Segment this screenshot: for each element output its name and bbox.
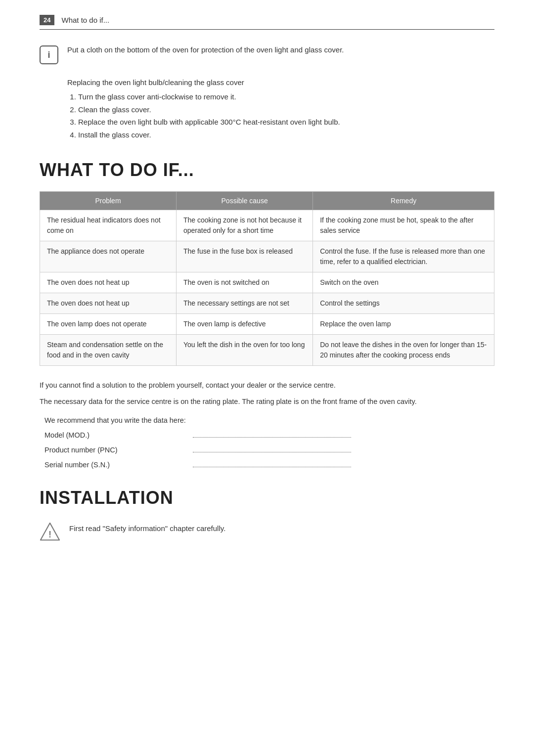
contact-note: If you cannot find a solution to the pro… xyxy=(40,380,494,391)
installation-heading: INSTALLATION xyxy=(40,488,494,508)
table-row: The residual heat indicators does not co… xyxy=(40,210,494,241)
model-dots xyxy=(193,437,351,438)
list-item: Install the glass cover. xyxy=(78,129,494,141)
table-cell-remedy: Replace the oven lamp xyxy=(313,314,494,335)
info-icon: i xyxy=(40,45,58,64)
model-label: Model (MOD.) xyxy=(44,431,173,439)
table-row: The oven does not heat upThe oven is not… xyxy=(40,272,494,293)
info-block: i Put a cloth on the bottom of the oven … xyxy=(40,44,494,64)
table-row: The oven lamp does not operateThe oven l… xyxy=(40,314,494,335)
table-cell-problem: Steam and condensation settle on the foo… xyxy=(40,335,177,366)
col-header-remedy: Remedy xyxy=(313,192,494,210)
trouble-table: Problem Possible cause Remedy The residu… xyxy=(40,191,494,366)
table-cell-remedy: If the cooking zone must be hot, speak t… xyxy=(313,210,494,241)
table-header-row: Problem Possible cause Remedy xyxy=(40,192,494,210)
installation-warning-text: First read "Safety information" chapter … xyxy=(69,523,225,534)
serial-label: Serial number (S.N.) xyxy=(44,461,173,469)
col-header-problem: Problem xyxy=(40,192,177,210)
pnc-dots xyxy=(193,452,351,452)
table-row: The oven does not heat upThe necessary s… xyxy=(40,293,494,314)
table-cell-cause: The oven is not switched on xyxy=(176,272,312,293)
serial-row: Serial number (S.N.) xyxy=(40,461,494,469)
recommend-label: We recommend that you write the data her… xyxy=(44,416,494,424)
instruction-list: Turn the glass cover anti-clockwise to r… xyxy=(78,90,494,141)
rating-plate-note: The necessary data for the service centr… xyxy=(40,396,494,407)
table-cell-cause: The cooking zone is not hot because it o… xyxy=(176,210,312,241)
warning-block: ! First read "Safety information" chapte… xyxy=(40,520,494,542)
table-cell-problem: The residual heat indicators does not co… xyxy=(40,210,177,241)
page-container: 24 What to do if... i Put a cloth on the… xyxy=(0,0,534,756)
model-row: Model (MOD.) xyxy=(40,431,494,439)
table-cell-remedy: Switch on the oven xyxy=(313,272,494,293)
table-cell-problem: The oven does not heat up xyxy=(40,272,177,293)
list-item: Replace the oven light bulb with applica… xyxy=(78,116,494,129)
page-header: 24 What to do if... xyxy=(40,15,494,30)
what-to-do-heading: WHAT TO DO IF... xyxy=(40,160,494,180)
info-text: Put a cloth on the bottom of the oven fo… xyxy=(67,44,344,56)
instruction-subtitle: Replacing the oven light bulb/cleaning t… xyxy=(67,78,494,87)
serial-dots xyxy=(193,467,351,467)
table-cell-problem: The appliance does not operate xyxy=(40,241,177,272)
col-header-cause: Possible cause xyxy=(176,192,312,210)
table-cell-remedy: Control the settings xyxy=(313,293,494,314)
page-number: 24 xyxy=(40,15,54,25)
pnc-label: Product number (PNC) xyxy=(44,446,173,454)
list-item: Turn the glass cover anti-clockwise to r… xyxy=(78,90,494,103)
table-cell-remedy: Do not leave the dishes in the oven for … xyxy=(313,335,494,366)
data-recommend-section: We recommend that you write the data her… xyxy=(40,416,494,469)
warning-icon: ! xyxy=(40,521,60,542)
table-row: Steam and condensation settle on the foo… xyxy=(40,335,494,366)
table-cell-problem: The oven lamp does not operate xyxy=(40,314,177,335)
instruction-section: Replacing the oven light bulb/cleaning t… xyxy=(67,78,494,141)
table-cell-cause: The necessary settings are not set xyxy=(176,293,312,314)
list-item: Clean the glass cover. xyxy=(78,103,494,116)
svg-text:!: ! xyxy=(48,530,51,540)
table-cell-problem: The oven does not heat up xyxy=(40,293,177,314)
table-cell-cause: The fuse in the fuse box is released xyxy=(176,241,312,272)
table-cell-cause: The oven lamp is defective xyxy=(176,314,312,335)
table-row: The appliance does not operateThe fuse i… xyxy=(40,241,494,272)
pnc-row: Product number (PNC) xyxy=(40,446,494,454)
page-header-title: What to do if... xyxy=(61,16,109,24)
table-cell-cause: You left the dish in the oven for too lo… xyxy=(176,335,312,366)
table-cell-remedy: Control the fuse. If the fuse is release… xyxy=(313,241,494,272)
